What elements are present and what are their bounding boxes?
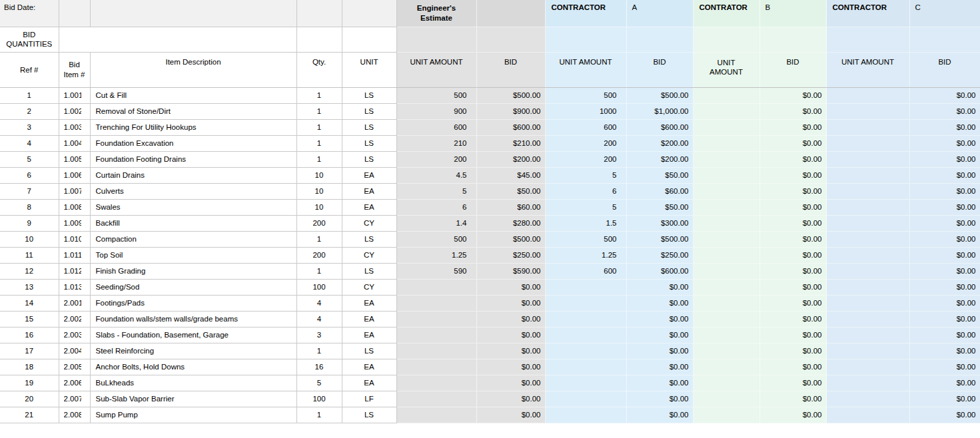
- cell-1-item[interactable]: 1.001: [59, 87, 90, 103]
- cell-4-a_bid[interactable]: $200.00: [626, 135, 693, 151]
- cell-5-item[interactable]: 1.005: [59, 151, 90, 167]
- cell-10-ref[interactable]: 10: [0, 231, 59, 247]
- cell-15-a_bid[interactable]: $0.00: [626, 311, 693, 327]
- cell-3-c_bid[interactable]: $0.00: [909, 119, 980, 135]
- cell-9-item[interactable]: 1.009: [59, 215, 90, 231]
- empty-cell[interactable]: [90, 0, 296, 27]
- cell-19-desc[interactable]: BuLkheads: [90, 375, 296, 391]
- cell-16-a_unit[interactable]: [545, 327, 626, 343]
- cell-7-b_unit[interactable]: [693, 183, 759, 199]
- cell-18-b_unit[interactable]: [693, 359, 759, 375]
- cell-11-b_bid[interactable]: $0.00: [759, 247, 826, 263]
- empty-cell[interactable]: [296, 0, 342, 27]
- cell-9-a_unit[interactable]: 1.5: [545, 215, 626, 231]
- cell-10-b_bid[interactable]: $0.00: [759, 231, 826, 247]
- cell-3-a_bid[interactable]: $600.00: [626, 119, 693, 135]
- col-header-qty[interactable]: Qty.: [296, 52, 342, 87]
- cell-8-qty[interactable]: 10: [296, 199, 342, 215]
- contractor-c-header[interactable]: CONTRACTOR: [826, 0, 909, 27]
- cell-9-ref[interactable]: 9: [0, 215, 59, 231]
- cell-21-ref[interactable]: 21: [0, 407, 59, 423]
- cell-17-ee_bid[interactable]: $0.00: [476, 343, 545, 359]
- cell-8-c_unit[interactable]: [826, 199, 909, 215]
- cell-12-ee_bid[interactable]: $590.00: [476, 263, 545, 279]
- cell-6-ee_unit[interactable]: 4.5: [396, 167, 476, 183]
- cell-19-unit[interactable]: EA: [342, 375, 396, 391]
- cell-14-a_unit[interactable]: [545, 295, 626, 311]
- cell-4-qty[interactable]: 1: [296, 135, 342, 151]
- cell-2-a_unit[interactable]: 1000: [545, 103, 626, 119]
- cell-6-ref[interactable]: 6: [0, 167, 59, 183]
- empty-cell[interactable]: [826, 27, 909, 52]
- cell-4-c_bid[interactable]: $0.00: [909, 135, 980, 151]
- empty-cell[interactable]: [759, 27, 826, 52]
- cell-8-b_unit[interactable]: [693, 199, 759, 215]
- cell-21-a_bid[interactable]: $0.00: [626, 407, 693, 423]
- cell-2-c_unit[interactable]: [826, 103, 909, 119]
- cell-16-ref[interactable]: 16: [0, 327, 59, 343]
- cell-19-ee_bid[interactable]: $0.00: [476, 375, 545, 391]
- cell-20-item[interactable]: 2.007: [59, 391, 90, 407]
- cell-7-c_bid[interactable]: $0.00: [909, 183, 980, 199]
- cell-17-c_unit[interactable]: [826, 343, 909, 359]
- cell-13-item[interactable]: 1.013: [59, 279, 90, 295]
- cell-6-a_unit[interactable]: 5: [545, 167, 626, 183]
- cell-7-ee_unit[interactable]: 5: [396, 183, 476, 199]
- cell-8-unit[interactable]: EA: [342, 199, 396, 215]
- cell-19-qty[interactable]: 5: [296, 375, 342, 391]
- cell-16-c_bid[interactable]: $0.00: [909, 327, 980, 343]
- cell-6-a_bid[interactable]: $50.00: [626, 167, 693, 183]
- cell-7-item[interactable]: 1.007: [59, 183, 90, 199]
- cell-9-unit[interactable]: CY: [342, 215, 396, 231]
- cell-8-a_bid[interactable]: $50.00: [626, 199, 693, 215]
- cell-21-ee_bid[interactable]: $0.00: [476, 407, 545, 423]
- col-header-ee-unit-amount[interactable]: UNIT AMOUNT: [396, 52, 476, 87]
- cell-12-c_unit[interactable]: [826, 263, 909, 279]
- cell-15-ee_bid[interactable]: $0.00: [476, 311, 545, 327]
- cell-1-qty[interactable]: 1: [296, 87, 342, 103]
- empty-cell[interactable]: [296, 27, 342, 52]
- cell-18-c_unit[interactable]: [826, 359, 909, 375]
- cell-20-qty[interactable]: 100: [296, 391, 342, 407]
- cell-21-b_unit[interactable]: [693, 407, 759, 423]
- cell-21-b_bid[interactable]: $0.00: [759, 407, 826, 423]
- empty-cell[interactable]: [693, 27, 759, 52]
- cell-13-ee_unit[interactable]: [396, 279, 476, 295]
- cell-4-ref[interactable]: 4: [0, 135, 59, 151]
- cell-7-a_bid[interactable]: $60.00: [626, 183, 693, 199]
- cell-2-ref[interactable]: 2: [0, 103, 59, 119]
- cell-14-b_bid[interactable]: $0.00: [759, 295, 826, 311]
- cell-2-item[interactable]: 1.002: [59, 103, 90, 119]
- cell-13-b_unit[interactable]: [693, 279, 759, 295]
- cell-13-unit[interactable]: CY: [342, 279, 396, 295]
- cell-3-a_unit[interactable]: 600: [545, 119, 626, 135]
- cell-3-qty[interactable]: 1: [296, 119, 342, 135]
- cell-3-b_bid[interactable]: $0.00: [759, 119, 826, 135]
- cell-6-ee_bid[interactable]: $45.00: [476, 167, 545, 183]
- cell-5-b_unit[interactable]: [693, 151, 759, 167]
- cell-3-ee_bid[interactable]: $600.00: [476, 119, 545, 135]
- cell-13-ee_bid[interactable]: $0.00: [476, 279, 545, 295]
- empty-cell[interactable]: [342, 27, 396, 52]
- col-header-b-bid[interactable]: BID: [759, 52, 826, 87]
- cell-12-item[interactable]: 1.012: [59, 263, 90, 279]
- cell-18-ref[interactable]: 18: [0, 359, 59, 375]
- cell-14-ee_unit[interactable]: [396, 295, 476, 311]
- cell-10-c_bid[interactable]: $0.00: [909, 231, 980, 247]
- empty-cell[interactable]: [342, 0, 396, 27]
- bid-quantities-header[interactable]: BID QUANTITIES: [0, 27, 59, 52]
- cell-17-b_unit[interactable]: [693, 343, 759, 359]
- cell-8-ee_bid[interactable]: $60.00: [476, 199, 545, 215]
- cell-8-b_bid[interactable]: $0.00: [759, 199, 826, 215]
- cell-5-qty[interactable]: 1: [296, 151, 342, 167]
- cell-10-b_unit[interactable]: [693, 231, 759, 247]
- cell-11-b_unit[interactable]: [693, 247, 759, 263]
- cell-11-c_unit[interactable]: [826, 247, 909, 263]
- empty-cell[interactable]: [909, 27, 980, 52]
- empty-cell[interactable]: [626, 27, 693, 52]
- cell-8-desc[interactable]: Swales: [90, 199, 296, 215]
- cell-20-a_unit[interactable]: [545, 391, 626, 407]
- cell-7-desc[interactable]: Culverts: [90, 183, 296, 199]
- cell-6-item[interactable]: 1.006: [59, 167, 90, 183]
- cell-16-desc[interactable]: Slabs - Foundation, Basement, Garage: [90, 327, 296, 343]
